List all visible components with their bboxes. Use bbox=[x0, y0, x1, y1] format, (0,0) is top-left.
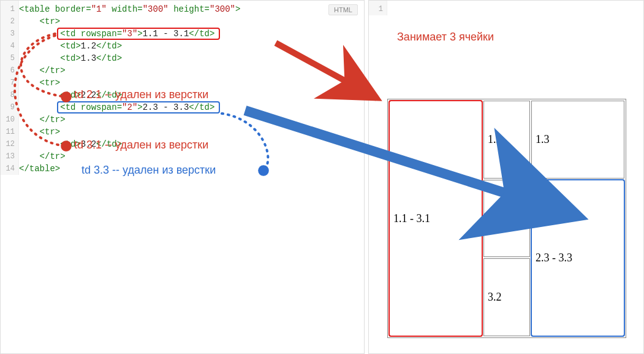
cell-11-31: 1.1 - 3.1 bbox=[389, 101, 482, 336]
line-number: 10 bbox=[1, 114, 18, 126]
output-table: 1.1 - 3.1 1.2 1.3 2.2 2.3 - 3.3 3.2 bbox=[387, 99, 626, 338]
code-line: <td>1.2</td> bbox=[19, 40, 364, 52]
preview-gutter: 1 bbox=[369, 1, 387, 15]
line-number: 1 bbox=[369, 3, 387, 15]
cell-32: 3.2 bbox=[483, 258, 530, 336]
code-editor-pane: 1 2 3 4 5 6 7 8 9 10 11 12 13 14 HTML <t… bbox=[0, 0, 365, 354]
line-number: 2 bbox=[1, 15, 18, 28]
code-line: <tr> bbox=[19, 126, 364, 138]
annotation-deleted-21: td 2.1 -- удален из верстки bbox=[74, 88, 208, 101]
line-number: 1 bbox=[1, 3, 18, 15]
code-line: </tr> bbox=[19, 114, 364, 126]
cell-23-33: 2.3 - 3.3 bbox=[531, 180, 624, 336]
cell-13: 1.3 bbox=[531, 101, 624, 179]
line-number: 4 bbox=[1, 40, 18, 52]
line-gutter: 1 2 3 4 5 6 7 8 9 10 11 12 13 14 bbox=[1, 1, 19, 175]
code-line: <tr> bbox=[19, 77, 364, 89]
line-number: 5 bbox=[1, 52, 18, 64]
cell-12: 1.2 bbox=[483, 101, 530, 179]
code-line: <td>1.3</td> bbox=[19, 52, 364, 64]
line-number: 7 bbox=[1, 77, 18, 89]
code-line: </tr> bbox=[19, 64, 364, 77]
preview-area: 1.1 - 3.1 1.2 1.3 2.2 2.3 - 3.3 3.2 bbox=[387, 1, 643, 353]
line-number: 9 bbox=[1, 101, 18, 114]
line-number: 6 bbox=[1, 64, 18, 77]
line-number: 12 bbox=[1, 138, 18, 150]
line-number: 3 bbox=[1, 28, 18, 40]
annotation-deleted-31: td 3.1 -- удален из верстки bbox=[74, 139, 208, 152]
highlight-rowspan2 bbox=[57, 101, 220, 114]
code-line: </tr> bbox=[19, 150, 364, 163]
annotation-deleted-33: td 3.3 -- удален из верстки bbox=[81, 164, 216, 177]
line-number: 14 bbox=[1, 163, 18, 175]
preview-pane: 1 1.1 - 3.1 1.2 1.3 2.2 2.3 - 3.3 3.2 bbox=[368, 0, 644, 354]
line-number: 11 bbox=[1, 126, 18, 138]
annotation-takes3: Занимает 3 ячейки bbox=[397, 31, 494, 44]
cell-22: 2.2 bbox=[483, 180, 530, 258]
line-number: 13 bbox=[1, 150, 18, 163]
highlight-rowspan3 bbox=[57, 28, 220, 40]
line-number: 8 bbox=[1, 89, 18, 101]
code-line: <table border="1" width="300" height="30… bbox=[19, 3, 364, 15]
code-line: <tr> bbox=[19, 15, 364, 28]
